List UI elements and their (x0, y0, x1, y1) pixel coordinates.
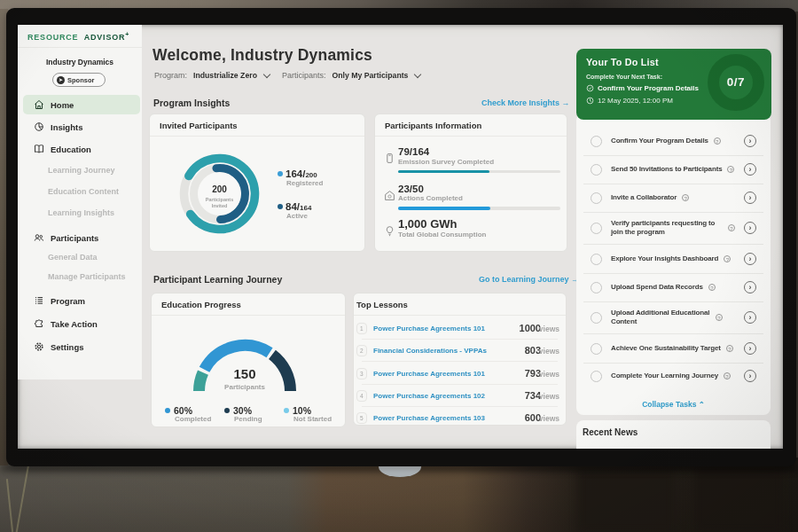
svg-text:Invited: Invited (212, 203, 228, 208)
svg-text:Participants: Participants (206, 197, 233, 202)
svg-text:200: 200 (212, 184, 227, 194)
